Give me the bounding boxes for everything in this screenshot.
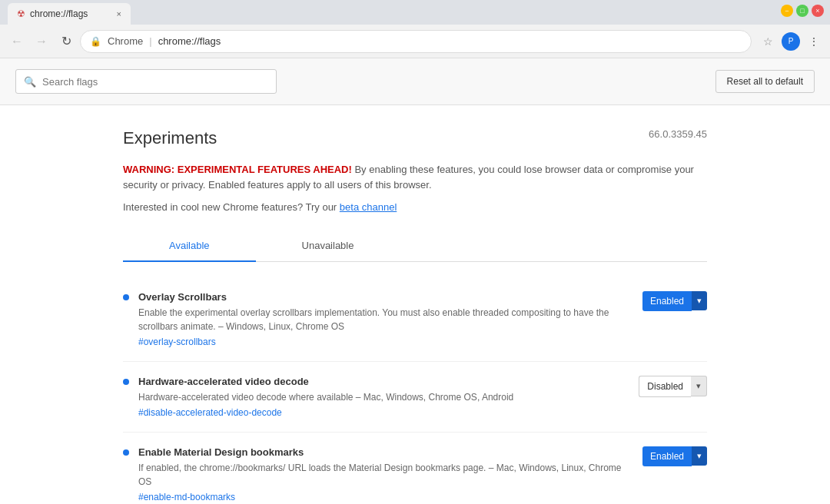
page-title: Experiments — [123, 128, 217, 148]
search-box[interactable]: 🔍 — [15, 69, 277, 94]
tab-unavailable[interactable]: Unavailable — [256, 230, 400, 262]
bookmark-star-btn[interactable]: ☆ — [758, 32, 778, 51]
minimize-btn[interactable]: − — [781, 5, 793, 17]
more-btn[interactable]: ⋮ — [804, 32, 824, 51]
search-icon: 🔍 — [24, 76, 36, 88]
chrome-label: Chrome — [108, 35, 143, 47]
experiments-header: Experiments 66.0.3359.45 — [123, 128, 707, 148]
star-icon: ☆ — [763, 35, 773, 48]
lock-icon: 🔒 — [90, 36, 101, 47]
feature-dot — [123, 294, 129, 300]
feature-dot — [123, 379, 129, 385]
tab-title: chrome://flags — [30, 8, 88, 19]
reload-icon: ↻ — [61, 34, 71, 48]
profile-btn[interactable]: P — [781, 32, 801, 51]
back-icon: ← — [11, 35, 23, 48]
version-number: 66.0.3359.45 — [649, 128, 707, 140]
url-text: chrome://flags — [158, 35, 221, 47]
profile-avatar: P — [782, 32, 800, 51]
warning-text: WARNING: EXPERIMENTAL FEATURES AHEAD! By… — [123, 162, 707, 192]
tab-close-btn[interactable]: × — [117, 9, 121, 18]
feature-dropdown-arrow[interactable]: ▾ — [692, 291, 707, 310]
feature-tabs: Available Unavailable — [123, 230, 707, 262]
feature-control[interactable]: Disabled▾ — [639, 376, 707, 397]
feature-status-label[interactable]: Enabled — [642, 291, 692, 311]
address-bar[interactable]: 🔒 Chrome | chrome://flags — [80, 30, 752, 53]
reload-btn[interactable]: ↻ — [55, 31, 77, 52]
more-icon: ⋮ — [808, 35, 819, 48]
tab-favicon: ☢ — [17, 8, 25, 19]
feature-desc: Hardware-accelerated video decode where … — [138, 390, 629, 404]
maximize-btn[interactable]: □ — [796, 5, 808, 17]
address-separator: | — [149, 35, 151, 47]
feature-desc: Enable the experimental overlay scrollba… — [138, 306, 633, 333]
search-area: 🔍 Reset all to default — [0, 58, 830, 105]
feature-item: Overlay Scrollbars Enable the experiment… — [123, 277, 707, 362]
feature-dropdown-arrow[interactable]: ▾ — [692, 446, 707, 466]
feature-link[interactable]: #enable-md-bookmarks — [138, 492, 235, 502]
forward-icon: → — [35, 35, 48, 48]
feature-link[interactable]: #overlay-scrollbars — [138, 337, 216, 347]
feature-control[interactable]: Enabled▾ — [642, 446, 707, 466]
feature-status-label[interactable]: Enabled — [642, 446, 692, 466]
page: 🔍 Reset all to default Experiments 66.0.… — [0, 58, 830, 504]
beta-intro: Interested in cool new Chrome features? … — [123, 201, 340, 213]
feature-name: Hardware-accelerated video decode — [138, 376, 629, 387]
active-tab[interactable]: ☢ chrome://flags × — [8, 3, 131, 25]
close-btn[interactable]: × — [812, 5, 824, 17]
title-bar: ☢ chrome://flags × − □ × — [0, 0, 830, 25]
forward-btn[interactable]: → — [31, 31, 52, 52]
feature-info: Hardware-accelerated video decode Hardwa… — [138, 376, 629, 418]
feature-desc: If enabled, the chrome://bookmarks/ URL … — [138, 461, 633, 489]
beta-text: Interested in cool new Chrome features? … — [123, 200, 707, 215]
window-controls: − □ × — [781, 5, 824, 17]
feature-item: Hardware-accelerated video decode Hardwa… — [123, 362, 707, 433]
feature-name: Overlay Scrollbars — [138, 291, 633, 303]
feature-info: Enable Material Design bookmarks If enab… — [138, 446, 633, 502]
feature-item: Enable Material Design bookmarks If enab… — [123, 433, 707, 505]
feature-dot — [123, 449, 129, 456]
tab-available[interactable]: Available — [123, 230, 256, 262]
warning-bold: WARNING: EXPERIMENTAL FEATURES AHEAD! — [123, 164, 352, 175]
feature-link[interactable]: #disable-accelerated-video-decode — [138, 407, 282, 418]
back-btn[interactable]: ← — [6, 31, 28, 52]
search-input[interactable] — [42, 76, 268, 88]
feature-dropdown-arrow[interactable]: ▾ — [691, 376, 707, 396]
reset-all-button[interactable]: Reset all to default — [715, 70, 815, 93]
feature-info: Overlay Scrollbars Enable the experiment… — [138, 291, 633, 347]
nav-icons: ☆ P ⋮ — [758, 32, 824, 51]
beta-channel-link[interactable]: beta channel — [340, 201, 397, 213]
main-content: Experiments 66.0.3359.45 WARNING: EXPERI… — [108, 105, 722, 504]
feature-control[interactable]: Enabled▾ — [642, 291, 707, 311]
tab-strip: ☢ chrome://flags × — [0, 0, 131, 25]
feature-status-label[interactable]: Disabled — [639, 376, 691, 397]
nav-bar: ← → ↻ 🔒 Chrome | chrome://flags ☆ P ⋮ — [0, 25, 830, 58]
feature-list: Overlay Scrollbars Enable the experiment… — [123, 277, 707, 505]
feature-name: Enable Material Design bookmarks — [138, 446, 633, 458]
